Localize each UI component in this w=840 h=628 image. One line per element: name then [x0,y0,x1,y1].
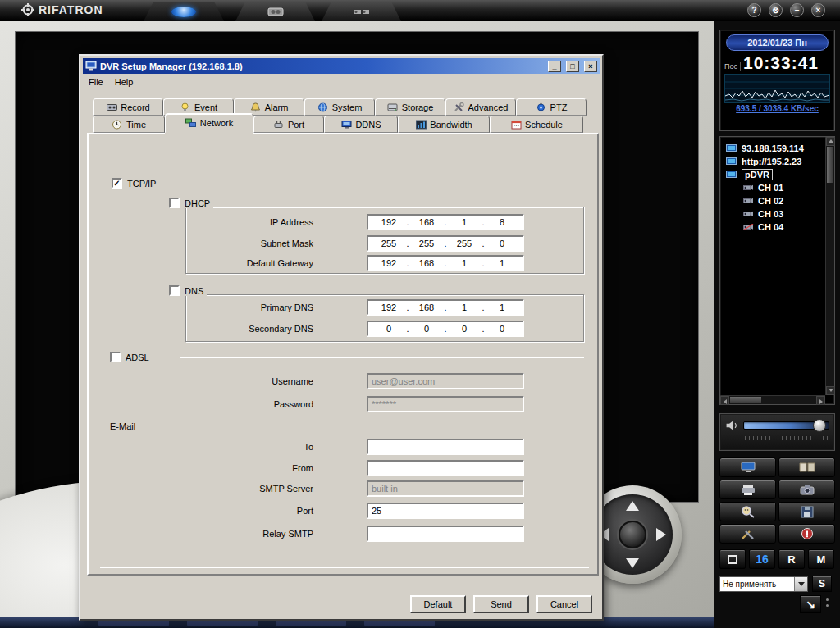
dpad-up-button[interactable] [626,501,639,511]
tab-storage[interactable]: Storage [375,98,445,116]
subnet-mask-field[interactable]: 255.255.255.0 [367,235,524,252]
dialog-minimize-button[interactable]: _ [548,61,561,72]
backup-button[interactable] [778,502,835,521]
tab-playback[interactable] [235,2,315,21]
dialog-close-button[interactable]: × [584,61,597,72]
tab-time[interactable]: Time [93,116,165,133]
scrollbar-thumb[interactable] [827,147,833,183]
s-mode-button[interactable]: S [812,576,832,592]
scrollbar-thumb[interactable] [730,397,761,403]
send-button[interactable]: Send [473,595,529,613]
tree-item-channel[interactable]: CH 01 [720,181,834,194]
volume-slider-thumb[interactable] [813,419,826,432]
dvr-monitor-icon [726,157,737,166]
single-view-button[interactable] [719,549,746,569]
snapshot-button[interactable] [778,480,835,499]
volume-scale [745,436,828,440]
dhcp-checkbox-row: DHCP [166,198,213,208]
menu-file[interactable]: File [89,77,103,87]
tree-item-channel[interactable]: CH 04 [720,221,834,234]
close-button[interactable]: × [811,3,825,17]
ip-segment: 1 [450,217,480,227]
tab-port[interactable]: Port [253,116,324,133]
log-viewer-button[interactable] [778,457,835,477]
default-button[interactable]: Default [410,595,466,613]
application-window: RIFATRON ? ⊗ – × [0,0,840,628]
ip-address-field[interactable]: 192.168.1.8 [367,214,524,230]
tab-advanced[interactable]: Advanced [445,98,516,116]
remote-setup-button[interactable] [719,457,776,477]
menu-help[interactable]: Help [115,77,134,87]
print-button[interactable] [719,480,776,499]
tree-item-channel[interactable]: CH 03 [720,207,834,221]
record-icon [106,102,117,112]
scroll-left-button[interactable] [720,396,729,405]
dhcp-checkbox[interactable] [169,198,180,208]
from-field[interactable] [367,460,524,476]
ip-address-row: IP Address 192.168.1.8 [89,214,524,230]
dialog-maximize-button[interactable]: □ [566,61,579,72]
scroll-right-button[interactable] [816,396,825,405]
check-icon: ✓ [113,179,120,188]
tree-item-server[interactable]: http://195.2.23 [720,155,834,168]
tab-network[interactable]: Network [165,113,253,133]
dhcp-label: DHCP [185,198,210,208]
dialog-title-bar[interactable]: DVR Setup Manager (192.168.1.8) _ □ × [83,58,600,74]
help-button[interactable]: ? [747,3,761,17]
tab-record[interactable]: Record [93,98,163,116]
rotate-view-button[interactable]: R [778,549,805,569]
scroll-up-button[interactable] [826,137,835,146]
to-field[interactable] [367,439,524,455]
deinterlace-dropdown[interactable]: Не применять [719,576,808,592]
port-field[interactable]: 25 [367,503,524,519]
tab-ddns[interactable]: DDNS [324,116,398,133]
tab-schedule[interactable]: Schedule [490,116,583,133]
minimize-button[interactable]: – [790,3,804,17]
emergency-button[interactable] [778,524,835,544]
subnet-mask-row: Subnet Mask 255.255.255.0 [89,235,524,252]
default-gateway-field[interactable]: 192.168.1.1 [367,255,524,271]
scroll-down-button[interactable] [826,386,835,395]
field-value: user@user.com [372,376,435,386]
dpad-right-button[interactable] [656,528,666,541]
tree-item-pdvr[interactable]: pDVR [720,168,834,181]
ip-segment: 255 [412,239,442,248]
tools-button[interactable] [719,524,776,544]
dpad-center-button[interactable] [619,521,646,548]
tree-horizontal-scrollbar[interactable] [720,395,825,404]
cancel-button[interactable]: Cancel [536,595,592,613]
ip-segment: 192 [374,217,404,227]
tree-vertical-scrollbar[interactable] [825,137,834,395]
clock-icon [112,120,123,130]
tree-item-channel[interactable]: CH 02 [720,194,834,207]
panic-button[interactable]: ⊗ [769,3,783,17]
dns-checkbox[interactable] [169,285,180,296]
chevron-down-icon[interactable] [794,577,807,591]
playback-icon [267,6,285,18]
tcpip-checkbox[interactable]: ✓ [112,178,122,189]
dvr-setup-dialog: DVR Setup Manager (192.168.1.8) _ □ × Fi… [79,54,604,621]
sixteen-view-button[interactable]: 16 [749,549,775,569]
ip-segment: 1 [487,258,518,268]
adsl-checkbox[interactable] [110,352,121,362]
tab-multi-camera[interactable] [322,2,401,21]
deinterlace-row: Не применять S [719,576,835,592]
dpad-down-button[interactable] [626,558,639,568]
expand-panel-button[interactable]: ↘ [800,595,821,613]
field-label: Subnet Mask [89,239,313,248]
tab-system[interactable]: System [304,98,375,116]
field-label: Relay SMTP [89,529,313,539]
monitor-mode-button[interactable]: M [808,549,834,569]
tree-item-server[interactable]: 93.188.159.114 [720,142,834,155]
secondary-dns-field[interactable]: 0.0.0.0 [367,321,524,337]
tab-bandwidth[interactable]: Bandwidth [398,116,490,133]
search-button[interactable] [719,502,776,521]
volume-slider[interactable] [743,421,829,430]
ip-dot: . [442,217,450,227]
window-controls: ? ⊗ – × [747,3,825,17]
relay-smtp-field[interactable] [367,526,524,542]
tab-ptz[interactable]: PTZ [516,98,587,116]
primary-dns-field[interactable]: 192.168.1.1 [367,299,524,316]
dialog-icon [85,61,97,71]
tab-live-view[interactable] [144,2,224,21]
